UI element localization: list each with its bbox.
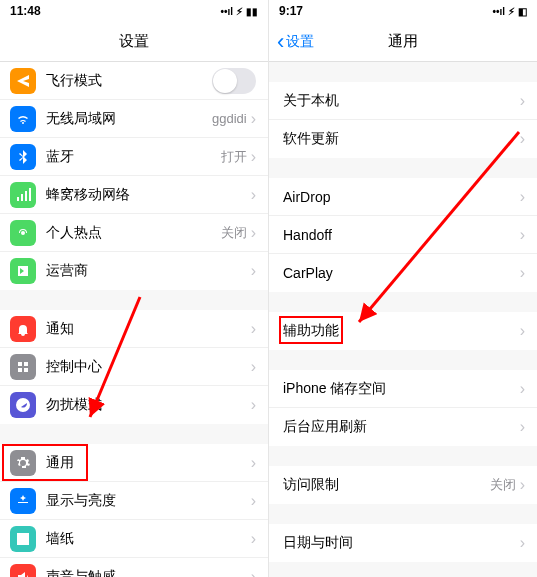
status-icons: ••ıl⚡︎◧ [492, 6, 527, 17]
settings-row[interactable]: 通用› [0, 444, 268, 482]
chevron-right-icon: › [251, 111, 256, 127]
settings-row[interactable]: 蓝牙打开› [0, 138, 268, 176]
chevron-right-icon: › [520, 535, 525, 551]
row-label: 控制中心 [46, 358, 251, 376]
chevron-right-icon: › [251, 149, 256, 165]
chevron-right-icon: › [520, 381, 525, 397]
settings-row[interactable]: 日期与时间› [269, 524, 537, 562]
settings-section: 关于本机›软件更新› [269, 82, 537, 158]
settings-row[interactable]: 控制中心› [0, 348, 268, 386]
row-label: 显示与亮度 [46, 492, 251, 510]
settings-row[interactable]: 无线局域网ggdidi› [0, 100, 268, 138]
left-phone: 11:48 ••ıl⚡︎▮▮ 设置 飞行模式无线局域网ggdidi›蓝牙打开›蜂… [0, 0, 268, 577]
chevron-right-icon: › [520, 189, 525, 205]
nav-bar: 设置 [0, 22, 268, 62]
back-button[interactable]: 设置 [269, 31, 314, 53]
wifi-icon [10, 106, 36, 132]
right-phone: 9:17 ••ıl⚡︎◧ 设置 通用 关于本机›软件更新›AirDrop›Han… [268, 0, 537, 577]
row-label: 辅助功能 [283, 322, 520, 340]
row-value: 关闭 [221, 224, 247, 242]
row-label: 后台应用刷新 [283, 418, 520, 436]
settings-row[interactable]: 墙纸› [0, 520, 268, 558]
toggle-switch[interactable] [212, 68, 256, 94]
chevron-right-icon: › [520, 477, 525, 493]
settings-row[interactable]: 访问限制关闭› [269, 466, 537, 504]
settings-scroll[interactable]: 飞行模式无线局域网ggdidi›蓝牙打开›蜂窝移动网络›个人热点关闭›运营商›通… [0, 62, 268, 577]
general-icon [10, 450, 36, 476]
settings-row[interactable]: 声音与触感› [0, 558, 268, 577]
settings-row[interactable]: 勿扰模式› [0, 386, 268, 424]
row-label: 通知 [46, 320, 251, 338]
status-time: 9:17 [279, 4, 303, 18]
row-label: 日期与时间 [283, 534, 520, 552]
general-scroll[interactable]: 关于本机›软件更新›AirDrop›Handoff›CarPlay›辅助功能›i… [269, 62, 537, 577]
settings-row[interactable]: 运营商› [0, 252, 268, 290]
row-label: 软件更新 [283, 130, 520, 148]
settings-section: AirDrop›Handoff›CarPlay› [269, 178, 537, 292]
chevron-right-icon: › [251, 455, 256, 471]
row-value: ggdidi [212, 111, 247, 126]
notifications-icon [10, 316, 36, 342]
display-icon [10, 488, 36, 514]
chevron-right-icon: › [251, 321, 256, 337]
settings-section: 飞行模式无线局域网ggdidi›蓝牙打开›蜂窝移动网络›个人热点关闭›运营商› [0, 62, 268, 290]
settings-row[interactable]: iPhone 储存空间› [269, 370, 537, 408]
wallpaper-icon [10, 526, 36, 552]
chevron-right-icon: › [251, 263, 256, 279]
row-label: 无线局域网 [46, 110, 212, 128]
settings-row[interactable]: 后台应用刷新› [269, 408, 537, 446]
row-label: 蓝牙 [46, 148, 221, 166]
page-title: 设置 [0, 32, 268, 51]
chevron-right-icon: › [251, 225, 256, 241]
row-label: AirDrop [283, 189, 520, 205]
row-label: 墙纸 [46, 530, 251, 548]
row-value: 打开 [221, 148, 247, 166]
settings-row[interactable]: 个人热点关闭› [0, 214, 268, 252]
cellular-icon [10, 182, 36, 208]
settings-section: 辅助功能› [269, 312, 537, 350]
chevron-right-icon: › [520, 419, 525, 435]
airplane-icon [10, 68, 36, 94]
row-label: 声音与触感 [46, 568, 251, 578]
settings-row[interactable]: AirDrop› [269, 178, 537, 216]
chevron-right-icon: › [520, 93, 525, 109]
dnd-icon [10, 392, 36, 418]
bluetooth-icon [10, 144, 36, 170]
nav-bar: 设置 通用 [269, 22, 537, 62]
row-label: 飞行模式 [46, 72, 212, 90]
row-label: 蜂窝移动网络 [46, 186, 251, 204]
settings-row[interactable]: 蜂窝移动网络› [0, 176, 268, 214]
row-label: 访问限制 [283, 476, 490, 494]
settings-row[interactable]: 通知› [0, 310, 268, 348]
status-bar: 11:48 ••ıl⚡︎▮▮ [0, 0, 268, 22]
settings-row[interactable]: CarPlay› [269, 254, 537, 292]
chevron-right-icon: › [251, 397, 256, 413]
carrier-icon [10, 258, 36, 284]
chevron-right-icon: › [520, 227, 525, 243]
row-value: 关闭 [490, 476, 516, 494]
settings-section: 访问限制关闭› [269, 466, 537, 504]
chevron-right-icon: › [520, 265, 525, 281]
settings-row[interactable]: 关于本机› [269, 82, 537, 120]
row-label: 勿扰模式 [46, 396, 251, 414]
settings-row[interactable]: 飞行模式 [0, 62, 268, 100]
row-label: iPhone 储存空间 [283, 380, 520, 398]
settings-section: iPhone 储存空间›后台应用刷新› [269, 370, 537, 446]
row-label: CarPlay [283, 265, 520, 281]
settings-section: 日期与时间› [269, 524, 537, 562]
settings-row[interactable]: 辅助功能› [269, 312, 537, 350]
settings-row[interactable]: 软件更新› [269, 120, 537, 158]
row-label: Handoff [283, 227, 520, 243]
settings-section: 通用›显示与亮度›墙纸›声音与触感›Siri 与搜索› [0, 444, 268, 577]
row-label: 通用 [46, 454, 251, 472]
row-label: 关于本机 [283, 92, 520, 110]
chevron-right-icon: › [520, 323, 525, 339]
status-time: 11:48 [10, 4, 41, 18]
settings-row[interactable]: 显示与亮度› [0, 482, 268, 520]
settings-row[interactable]: Handoff› [269, 216, 537, 254]
hotspot-icon [10, 220, 36, 246]
chevron-right-icon: › [251, 531, 256, 547]
status-bar: 9:17 ••ıl⚡︎◧ [269, 0, 537, 22]
settings-section: 通知›控制中心›勿扰模式› [0, 310, 268, 424]
row-label: 个人热点 [46, 224, 221, 242]
